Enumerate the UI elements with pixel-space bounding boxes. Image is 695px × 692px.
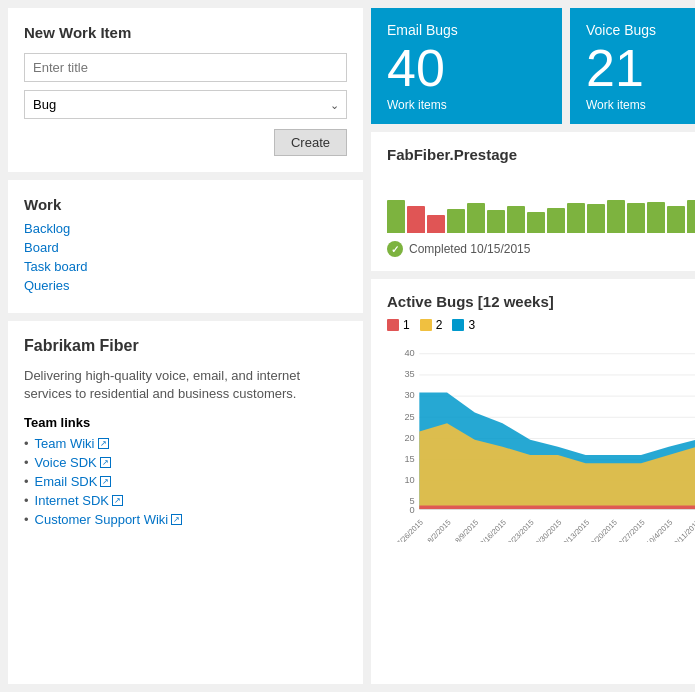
team-link-team-wiki[interactable]: Team Wiki — [35, 436, 109, 451]
fabfiber-bar — [427, 215, 445, 233]
email-bugs-title: Email Bugs — [387, 22, 546, 38]
email-bugs-tile: Email Bugs 40 Work items — [371, 8, 562, 124]
dashboard: New Work Item Bug Task User Story Featur… — [0, 0, 695, 692]
voice-bugs-tile: Voice Bugs 21 Work items — [570, 8, 695, 124]
fabrikam-title: Fabrikam Fiber — [24, 337, 347, 355]
work-links-list: BacklogBoardTask boardQueries — [24, 221, 347, 293]
new-work-item-title: New Work Item — [24, 24, 347, 41]
fabfiber-title: FabFiber.Prestage — [387, 146, 695, 163]
svg-text:9/27/2015: 9/27/2015 — [617, 518, 647, 542]
fabfiber-bar — [387, 200, 405, 233]
svg-text:10/4/2015: 10/4/2015 — [644, 518, 674, 542]
fabfiber-panel: FabFiber.Prestage ✓ Completed 10/15/2015 — [371, 132, 695, 271]
bugs-legend: 123 — [387, 318, 695, 332]
svg-text:20: 20 — [404, 433, 414, 443]
fabfiber-bar-chart — [387, 173, 695, 233]
team-link-item: Voice SDK — [24, 455, 347, 470]
external-link-icon — [100, 457, 111, 468]
svg-text:9/13/2015: 9/13/2015 — [561, 518, 591, 542]
external-link-icon — [171, 514, 182, 525]
legend-color-dot — [420, 319, 432, 331]
work-title: Work — [24, 196, 347, 213]
active-bugs-chart: 0 5 10 15 20 25 30 35 40 — [387, 342, 695, 542]
fabfiber-bar — [627, 203, 645, 233]
fabfiber-bar — [407, 206, 425, 233]
active-bugs-title: Active Bugs [12 weeks] — [387, 293, 695, 310]
external-link-icon — [112, 495, 123, 506]
svg-text:5: 5 — [410, 496, 415, 506]
legend-item: 2 — [420, 318, 443, 332]
completed-text: Completed 10/15/2015 — [409, 242, 530, 256]
work-panel: Work BacklogBoardTask boardQueries — [8, 180, 363, 313]
svg-text:7/26/2015: 7/26/2015 — [395, 518, 425, 542]
fabfiber-bar — [487, 210, 505, 233]
voice-bugs-count: 21 — [586, 42, 695, 94]
svg-text:8/30/2015: 8/30/2015 — [534, 518, 564, 542]
work-link-queries[interactable]: Queries — [24, 278, 70, 293]
fabfiber-bar — [667, 206, 685, 233]
team-link-item: Team Wiki — [24, 436, 347, 451]
svg-text:25: 25 — [404, 412, 414, 422]
svg-text:40: 40 — [404, 348, 414, 358]
fabfiber-bar — [567, 203, 585, 233]
fabfiber-bar — [687, 200, 695, 233]
fabfiber-bar — [547, 208, 565, 233]
fabfiber-bar — [587, 204, 605, 233]
team-link-item: Customer Support Wiki — [24, 512, 347, 527]
legend-label: 1 — [403, 318, 410, 332]
fabfiber-bar — [467, 203, 485, 233]
fabfiber-bar — [507, 206, 525, 233]
svg-text:8/2/2015: 8/2/2015 — [426, 518, 453, 542]
team-link-email-sdk[interactable]: Email SDK — [35, 474, 112, 489]
fabfiber-bar — [647, 202, 665, 233]
svg-marker-19 — [419, 423, 695, 509]
fabrikam-panel: Fabrikam Fiber Delivering high-quality v… — [8, 321, 363, 684]
right-column: Email Bugs 40 Work items Voice Bugs 21 W… — [371, 8, 695, 684]
team-link-voice-sdk[interactable]: Voice SDK — [35, 455, 111, 470]
fabrikam-desc: Delivering high-quality voice, email, an… — [24, 367, 347, 403]
team-link-item: Internet SDK — [24, 493, 347, 508]
legend-label: 2 — [436, 318, 443, 332]
fabfiber-bar — [607, 200, 625, 233]
external-link-icon — [98, 438, 109, 449]
svg-text:35: 35 — [404, 369, 414, 379]
check-icon: ✓ — [387, 241, 403, 257]
legend-color-dot — [452, 319, 464, 331]
new-work-item-panel: New Work Item Bug Task User Story Featur… — [8, 8, 363, 172]
legend-item: 3 — [452, 318, 475, 332]
team-links-list: Team WikiVoice SDKEmail SDKInternet SDKC… — [24, 436, 347, 527]
team-link-customer-support-wiki[interactable]: Customer Support Wiki — [35, 512, 183, 527]
svg-text:10/11/2015: 10/11/2015 — [669, 518, 695, 542]
type-select-wrapper: Bug Task User Story Feature ⌄ — [24, 90, 347, 119]
svg-text:9/20/2015: 9/20/2015 — [589, 518, 619, 542]
type-select[interactable]: Bug Task User Story Feature — [24, 90, 347, 119]
bug-tiles: Email Bugs 40 Work items Voice Bugs 21 W… — [371, 8, 695, 124]
email-bugs-count: 40 — [387, 42, 546, 94]
work-link-board[interactable]: Board — [24, 240, 59, 255]
voice-bugs-subtitle: Work items — [586, 98, 695, 112]
completed-label: ✓ Completed 10/15/2015 — [387, 241, 695, 257]
svg-text:8/23/2015: 8/23/2015 — [506, 518, 536, 542]
work-link-backlog[interactable]: Backlog — [24, 221, 70, 236]
title-input[interactable] — [24, 53, 347, 82]
voice-bugs-title: Voice Bugs — [586, 22, 695, 38]
work-link-task-board[interactable]: Task board — [24, 259, 88, 274]
legend-item: 1 — [387, 318, 410, 332]
active-bugs-panel: Active Bugs [12 weeks] 123 0 — [371, 279, 695, 684]
svg-text:8/16/2015: 8/16/2015 — [478, 518, 508, 542]
svg-text:15: 15 — [404, 454, 414, 464]
svg-text:8/9/2015: 8/9/2015 — [453, 518, 480, 542]
create-button[interactable]: Create — [274, 129, 347, 156]
email-bugs-subtitle: Work items — [387, 98, 546, 112]
team-link-item: Email SDK — [24, 474, 347, 489]
external-link-icon — [100, 476, 111, 487]
svg-text:30: 30 — [404, 390, 414, 400]
legend-label: 3 — [468, 318, 475, 332]
team-links-title: Team links — [24, 415, 347, 430]
fabfiber-bar — [447, 209, 465, 233]
svg-text:10: 10 — [404, 475, 414, 485]
team-link-internet-sdk[interactable]: Internet SDK — [35, 493, 123, 508]
legend-color-dot — [387, 319, 399, 331]
fabfiber-bar — [527, 212, 545, 233]
